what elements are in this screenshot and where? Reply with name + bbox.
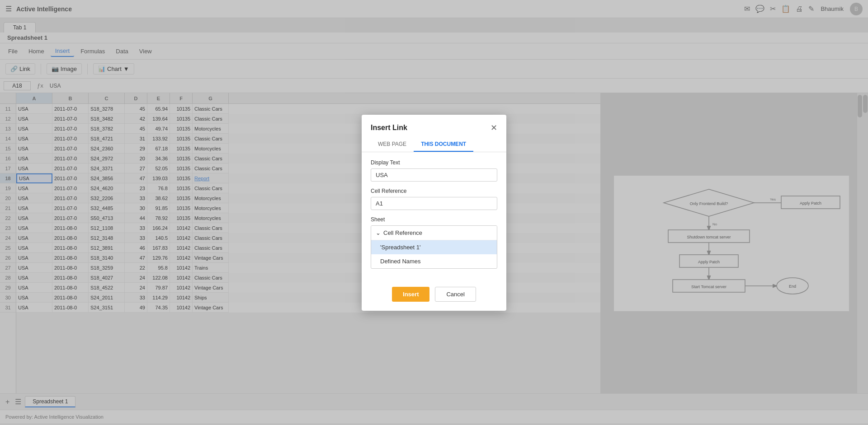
tab-web-page[interactable]: WEB PAGE <box>371 137 414 152</box>
tab-this-document[interactable]: THIS DOCUMENT <box>414 137 473 152</box>
dialog-title: Insert Link <box>371 124 407 132</box>
chevron-down-icon: ⌄ <box>376 229 381 236</box>
display-text-label: Display Text <box>371 159 497 166</box>
insert-link-dialog: Insert Link ✕ WEB PAGE THIS DOCUMENT Dis… <box>362 115 506 311</box>
cell-reference-label: Cell Reference <box>371 188 497 194</box>
display-text-input[interactable] <box>371 168 497 182</box>
dropdown-header-label: Cell Reference <box>383 229 422 236</box>
dialog-close-button[interactable]: ✕ <box>491 123 497 133</box>
dialog-body: Display Text Cell Reference Sheet ⌄ Cell… <box>362 152 506 283</box>
dialog-header: Insert Link ✕ <box>362 115 506 137</box>
insert-button[interactable]: Insert <box>392 287 429 302</box>
sheet-label: Sheet <box>371 216 497 223</box>
sheet-dropdown: ⌄ Cell Reference 'Spreadsheet 1' Defined… <box>371 225 497 269</box>
cell-reference-input[interactable] <box>371 197 497 210</box>
dialog-tabs: WEB PAGE THIS DOCUMENT <box>362 137 506 152</box>
dialog-footer: Insert Cancel <box>362 283 506 311</box>
cancel-button[interactable]: Cancel <box>435 287 476 302</box>
dropdown-option-spreadsheet1[interactable]: 'Spreadsheet 1' <box>371 240 497 254</box>
dropdown-option-defined-names[interactable]: Defined Names <box>371 254 497 268</box>
dropdown-header[interactable]: ⌄ Cell Reference <box>371 226 497 240</box>
